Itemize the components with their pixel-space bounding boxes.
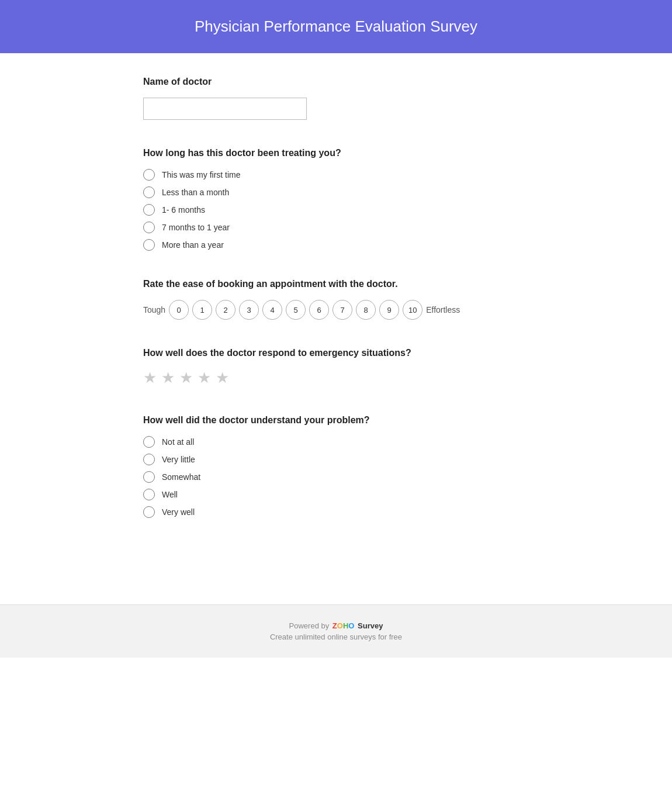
question-2-label: How long has this doctor been treating y… bbox=[143, 148, 552, 158]
radio-well-label: Well bbox=[162, 490, 178, 499]
radio-option-somewhat[interactable]: Somewhat bbox=[143, 471, 552, 483]
radio-option-very-little[interactable]: Very little bbox=[143, 454, 552, 465]
star-rating-row: ★ ★ ★ ★ ★ bbox=[143, 369, 552, 387]
rating-btn-4[interactable]: 4 bbox=[262, 300, 282, 320]
radio-very-little-input[interactable] bbox=[143, 454, 155, 465]
radio-option-not-at-all[interactable]: Not at all bbox=[143, 436, 552, 448]
footer-powered-row: Powered by ZOHO Survey bbox=[12, 621, 660, 630]
radio-option-7-12-months[interactable]: 7 months to 1 year bbox=[143, 222, 552, 233]
question-3-label: Rate the ease of booking an appointment … bbox=[143, 279, 552, 289]
radio-very-well-input[interactable] bbox=[143, 506, 155, 518]
radio-very-well-label: Very well bbox=[162, 507, 195, 517]
radio-first-time-label: This was my first time bbox=[162, 170, 241, 179]
radio-7-12-months-input[interactable] bbox=[143, 222, 155, 233]
radio-well-input[interactable] bbox=[143, 489, 155, 500]
zoho-h: H bbox=[343, 621, 348, 630]
rating-btn-7[interactable]: 7 bbox=[332, 300, 352, 320]
survey-brand-label: Survey bbox=[358, 621, 383, 630]
powered-by-text: Powered by bbox=[289, 621, 330, 630]
radio-option-less-month[interactable]: Less than a month bbox=[143, 186, 552, 198]
radio-1-6-months-label: 1- 6 months bbox=[162, 205, 205, 215]
rating-btn-8[interactable]: 8 bbox=[356, 300, 376, 320]
radio-less-month-input[interactable] bbox=[143, 186, 155, 198]
doctor-name-input[interactable] bbox=[143, 98, 307, 120]
radio-more-year-input[interactable] bbox=[143, 239, 155, 251]
page-header: Physician Performance Evaluation Survey bbox=[0, 0, 672, 53]
survey-title: Physician Performance Evaluation Survey bbox=[12, 18, 660, 36]
zoho-z: Z bbox=[332, 621, 337, 630]
zoho-logo: ZOHO bbox=[332, 621, 355, 630]
question-2: How long has this doctor been treating y… bbox=[143, 148, 552, 251]
star-2[interactable]: ★ bbox=[161, 369, 175, 387]
rating-btn-3[interactable]: 3 bbox=[239, 300, 259, 320]
question-5-label: How well did the doctor understand your … bbox=[143, 415, 552, 426]
rating-scale-row: Tough 0 1 2 3 4 5 6 7 8 9 10 Effortless bbox=[143, 300, 552, 320]
question-5: How well did the doctor understand your … bbox=[143, 415, 552, 518]
radio-more-year-label: More than a year bbox=[162, 240, 224, 250]
star-5[interactable]: ★ bbox=[216, 369, 229, 387]
radio-not-at-all-label: Not at all bbox=[162, 437, 194, 447]
page-footer: Powered by ZOHO Survey Create unlimited … bbox=[0, 604, 672, 658]
radio-option-1-6-months[interactable]: 1- 6 months bbox=[143, 204, 552, 216]
star-4[interactable]: ★ bbox=[198, 369, 211, 387]
survey-content: Name of doctor How long has this doctor … bbox=[108, 53, 564, 581]
star-3[interactable]: ★ bbox=[179, 369, 193, 387]
radio-option-well[interactable]: Well bbox=[143, 489, 552, 500]
radio-not-at-all-input[interactable] bbox=[143, 436, 155, 448]
rating-btn-2[interactable]: 2 bbox=[216, 300, 235, 320]
zoho-o2: O bbox=[348, 621, 354, 630]
radio-first-time-input[interactable] bbox=[143, 169, 155, 181]
question-4-label: How well does the doctor respond to emer… bbox=[143, 348, 552, 358]
radio-7-12-months-label: 7 months to 1 year bbox=[162, 223, 230, 232]
radio-1-6-months-input[interactable] bbox=[143, 204, 155, 216]
question-3: Rate the ease of booking an appointment … bbox=[143, 279, 552, 320]
star-1[interactable]: ★ bbox=[143, 369, 157, 387]
rating-btn-0[interactable]: 0 bbox=[169, 300, 189, 320]
radio-somewhat-input[interactable] bbox=[143, 471, 155, 483]
radio-option-first-time[interactable]: This was my first time bbox=[143, 169, 552, 181]
question-1-label: Name of doctor bbox=[143, 77, 552, 87]
rating-btn-9[interactable]: 9 bbox=[379, 300, 399, 320]
radio-less-month-label: Less than a month bbox=[162, 188, 229, 197]
rating-btn-6[interactable]: 6 bbox=[309, 300, 329, 320]
radio-option-more-year[interactable]: More than a year bbox=[143, 239, 552, 251]
radio-very-little-label: Very little bbox=[162, 455, 195, 464]
rating-min-label: Tough bbox=[143, 305, 165, 314]
footer-tagline: Create unlimited online surveys for free bbox=[12, 632, 660, 641]
radio-somewhat-label: Somewhat bbox=[162, 472, 200, 482]
rating-btn-10[interactable]: 10 bbox=[403, 300, 422, 320]
question-4: How well does the doctor respond to emer… bbox=[143, 348, 552, 387]
rating-btn-5[interactable]: 5 bbox=[286, 300, 306, 320]
radio-option-very-well[interactable]: Very well bbox=[143, 506, 552, 518]
rating-btn-1[interactable]: 1 bbox=[192, 300, 212, 320]
rating-max-label: Effortless bbox=[426, 305, 460, 314]
question-1: Name of doctor bbox=[143, 77, 552, 120]
zoho-o1: O bbox=[337, 621, 343, 630]
